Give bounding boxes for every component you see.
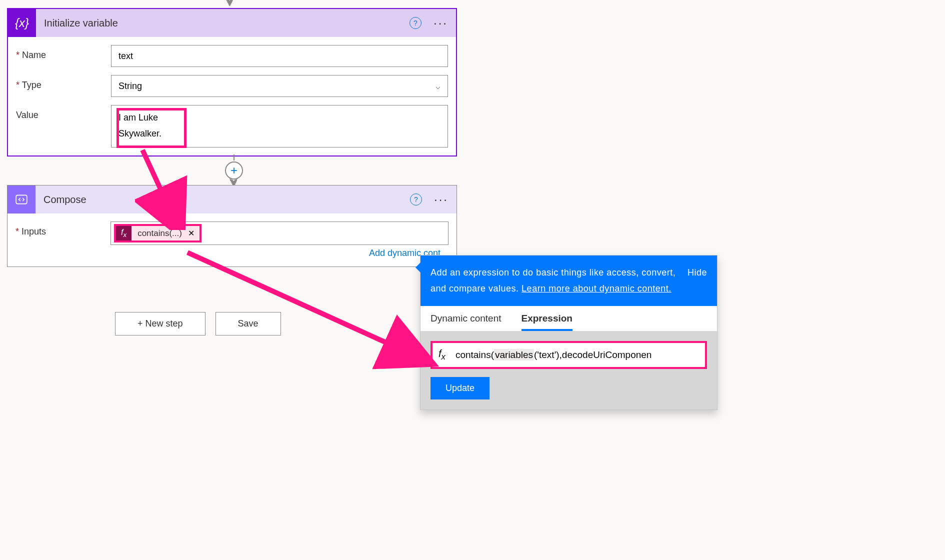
type-label: * Type <box>16 75 111 90</box>
name-field-row: * Name text <box>16 45 448 67</box>
expression-banner: Add an expression to do basic things lik… <box>420 256 717 306</box>
expression-token[interactable]: fx contains(...) ✕ <box>114 224 202 242</box>
inputs-input[interactable]: fx contains(...) ✕ <box>110 222 448 245</box>
tab-expression[interactable]: Expression <box>522 313 572 331</box>
svg-line-2 <box>188 252 430 362</box>
card-title: Initialize variable <box>36 18 410 29</box>
connector-top: ⮟ <box>225 0 235 5</box>
value-input[interactable]: I am Luke Skywalker. <box>111 105 448 148</box>
name-label: * Name <box>16 45 111 60</box>
type-select[interactable]: String ⌵ <box>111 75 448 97</box>
tab-dynamic-content[interactable]: Dynamic content <box>430 313 502 331</box>
expression-input-area: fx contains(variables('text'),decodeUriC… <box>420 331 717 410</box>
token-label: contains(...) <box>132 228 188 238</box>
compose-icon <box>8 186 36 214</box>
name-input[interactable]: text <box>111 45 448 67</box>
card-body: * Inputs fx contains(...) ✕ Add dynamic … <box>8 214 456 266</box>
card-header[interactable]: Compose ? ··· <box>8 186 456 214</box>
more-icon[interactable]: ··· <box>434 192 448 206</box>
value-field-row: Value I am Luke Skywalker. <box>16 105 448 148</box>
save-button[interactable]: Save <box>216 312 281 336</box>
help-icon[interactable]: ? <box>410 194 422 206</box>
fx-icon: fx <box>438 348 446 362</box>
add-dynamic-content-link[interactable]: Add dynamic cont <box>16 245 448 258</box>
expression-input[interactable]: fx contains(variables('text'),decodeUriC… <box>430 341 707 369</box>
expression-popup: Add an expression to do basic things lik… <box>420 255 718 410</box>
action-buttons-row: + New step Save <box>115 312 281 336</box>
expression-code: contains(variables('text'),decodeUriComp… <box>456 350 652 360</box>
banner-text: Add an expression to do basic things lik… <box>430 264 678 297</box>
inputs-label: * Inputs <box>16 222 110 237</box>
update-button[interactable]: Update <box>430 377 490 400</box>
new-step-button[interactable]: + New step <box>115 312 206 336</box>
help-icon[interactable]: ? <box>410 17 422 29</box>
chevron-down-icon: ⌵ <box>436 82 440 91</box>
card-header[interactable]: {x} Initialize variable ? ··· <box>8 9 456 37</box>
arrow-down-icon: ⮟ <box>225 0 235 5</box>
remove-token-icon[interactable]: ✕ <box>188 228 200 238</box>
connector-mid: + ⮟ <box>225 154 243 186</box>
inputs-field-row: * Inputs fx contains(...) ✕ <box>16 222 448 245</box>
fx-icon: fx <box>116 226 132 240</box>
initialize-variable-card: {x} Initialize variable ? ··· * Name tex… <box>7 8 457 156</box>
value-label: Value <box>16 105 111 120</box>
type-field-row: * Type String ⌵ <box>16 75 448 97</box>
card-title: Compose <box>36 194 410 206</box>
variable-icon: {x} <box>8 9 36 37</box>
compose-card: Compose ? ··· * Inputs fx contains(...) … <box>7 185 457 267</box>
tabs: Dynamic content Expression <box>420 306 717 331</box>
learn-more-link[interactable]: Learn more about dynamic content. <box>522 284 672 294</box>
hide-link[interactable]: Hide <box>688 264 707 280</box>
card-body: * Name text * Type String ⌵ Value I am L… <box>8 37 456 156</box>
connector-line <box>234 154 234 160</box>
more-icon[interactable]: ··· <box>434 16 448 30</box>
